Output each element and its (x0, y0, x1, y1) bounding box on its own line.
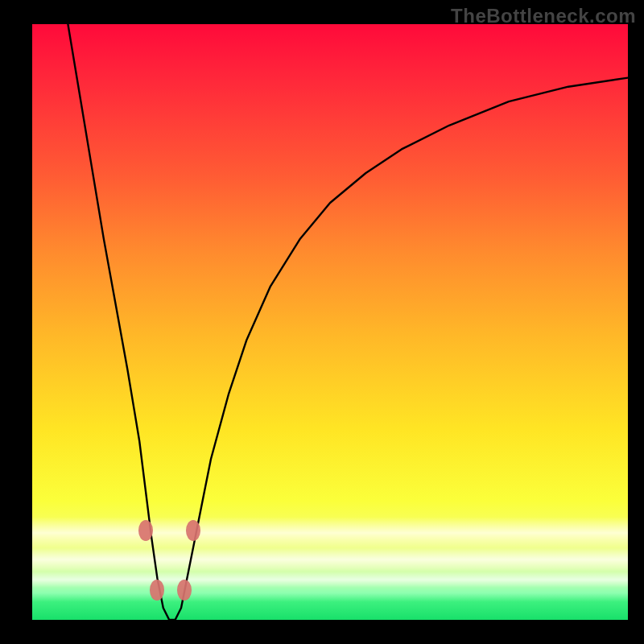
chart-stage: TheBottleneck.com (0, 0, 644, 644)
watermark-text: TheBottleneck.com (451, 5, 636, 27)
plot-area (32, 24, 628, 620)
right-upper-dot (186, 520, 200, 541)
left-lower-dot (150, 580, 164, 601)
curve-svg (32, 24, 628, 620)
left-upper-dot (138, 520, 153, 541)
right-lower-dot (177, 580, 192, 601)
